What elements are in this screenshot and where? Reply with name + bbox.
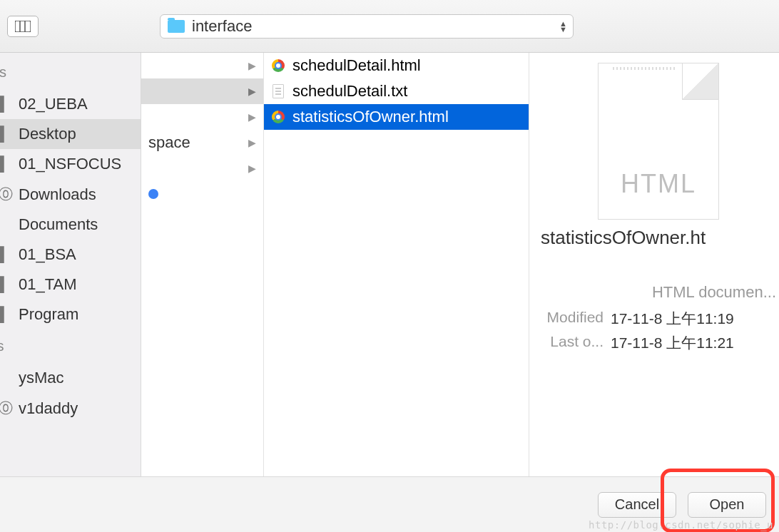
folder-icon: ▍: [0, 96, 11, 113]
sidebar-item-01-tam[interactable]: ▍01_TAM: [0, 270, 141, 300]
modified-value: 17-11-8 上午11:19: [611, 309, 734, 329]
sidebar-item-01-bsa[interactable]: ▍01_BSA: [0, 240, 141, 270]
last-opened-label: Last o...: [541, 333, 604, 353]
dialog-footer: Cancel Open http://blog.csdn.net/sophie_…: [0, 476, 779, 532]
cancel-button[interactable]: Cancel: [598, 492, 676, 518]
sidebar-item-program[interactable]: ▍Program: [0, 300, 141, 329]
column1-item[interactable]: ▶: [141, 104, 263, 130]
text-file-icon: [271, 84, 285, 98]
column1-item-space[interactable]: space▶: [141, 130, 263, 155]
path-stepper-icon: ▲▼: [559, 21, 567, 32]
sidebar-item-desktop[interactable]: ▍Desktop: [0, 119, 141, 149]
folder-icon: ▍: [0, 246, 11, 263]
svg-rect-0: [15, 21, 31, 32]
sidebar-item-v1daddy[interactable]: ⓪v1daddy: [0, 393, 141, 424]
preview-kind: HTML documen...: [541, 283, 776, 302]
chevron-right-icon: ▶: [248, 111, 256, 123]
downloads-icon: ⓪: [0, 185, 11, 204]
folder-icon: ▍: [0, 155, 11, 173]
file-extension-label: HTML: [621, 169, 696, 199]
preview-filename: statisticsOfOwner.ht: [541, 227, 776, 249]
chrome-icon: [271, 58, 285, 73]
file-preview-thumbnail: HTML: [598, 63, 719, 220]
folder-icon: ▍: [0, 276, 11, 293]
folder-icon: [168, 20, 185, 33]
folder-icon: ▍: [0, 306, 11, 323]
open-button[interactable]: Open: [688, 492, 766, 518]
watermark-text: http://blog.csdn.net/sophie_u: [589, 519, 773, 531]
devices-section-label: vices: [0, 338, 141, 363]
chevron-right-icon: ▶: [248, 86, 256, 97]
file-row-scheduldetail-txt[interactable]: schedulDetail.txt: [264, 78, 529, 104]
sidebar: orites ▍02_UEBA ▍Desktop ▍01_NSFOCUS ⓪Do…: [0, 53, 141, 476]
device-icon: [0, 370, 11, 387]
favorites-section-label: orites: [0, 64, 141, 89]
path-text: interface: [192, 17, 252, 36]
columns-icon: [15, 21, 31, 32]
sidebar-item-documents[interactable]: Documents: [0, 210, 141, 240]
toolbar: interface ▲▼: [0, 0, 779, 53]
sidebar-item-downloads[interactable]: ⓪Downloads: [0, 179, 141, 210]
chevron-right-icon: ▶: [248, 60, 256, 71]
preview-metadata: Modified 17-11-8 上午11:19 Last o... 17-11…: [541, 309, 776, 353]
last-opened-value: 17-11-8 上午11:21: [611, 333, 734, 353]
path-selector[interactable]: interface ▲▼: [160, 14, 574, 39]
sidebar-item-02-ueba[interactable]: ▍02_UEBA: [0, 89, 141, 119]
preview-pane: HTML statisticsOfOwner.ht HTML documen..…: [529, 53, 779, 476]
chrome-icon: [271, 110, 285, 124]
device-icon: ⓪: [0, 399, 11, 418]
documents-icon: [0, 217, 11, 233]
file-row-scheduldetail-html[interactable]: schedulDetail.html: [264, 53, 529, 78]
sidebar-item-ysmac[interactable]: ysMac: [0, 363, 141, 393]
column1-item[interactable]: ▶: [141, 53, 263, 78]
column1-item-dot[interactable]: [141, 181, 263, 207]
blue-dot-icon: [148, 189, 158, 199]
column1-item[interactable]: ▶: [141, 155, 263, 181]
modified-label: Modified: [541, 309, 604, 329]
sidebar-item-01-nsfocus[interactable]: ▍01_NSFOCUS: [0, 149, 141, 179]
chevron-right-icon: ▶: [248, 137, 256, 148]
folder-icon: ▍: [0, 126, 11, 143]
column1-item[interactable]: ▶: [141, 78, 263, 104]
chevron-right-icon: ▶: [248, 163, 256, 174]
view-mode-toggle[interactable]: [7, 16, 39, 37]
main-area: orites ▍02_UEBA ▍Desktop ▍01_NSFOCUS ⓪Do…: [0, 53, 779, 476]
file-row-statisticsofowner-html[interactable]: statisticsOfOwner.html: [264, 104, 529, 130]
browser-column-1: ▶ ▶ ▶ space▶ ▶: [141, 53, 264, 476]
browser-column-2: schedulDetail.html schedulDetail.txt sta…: [264, 53, 529, 476]
